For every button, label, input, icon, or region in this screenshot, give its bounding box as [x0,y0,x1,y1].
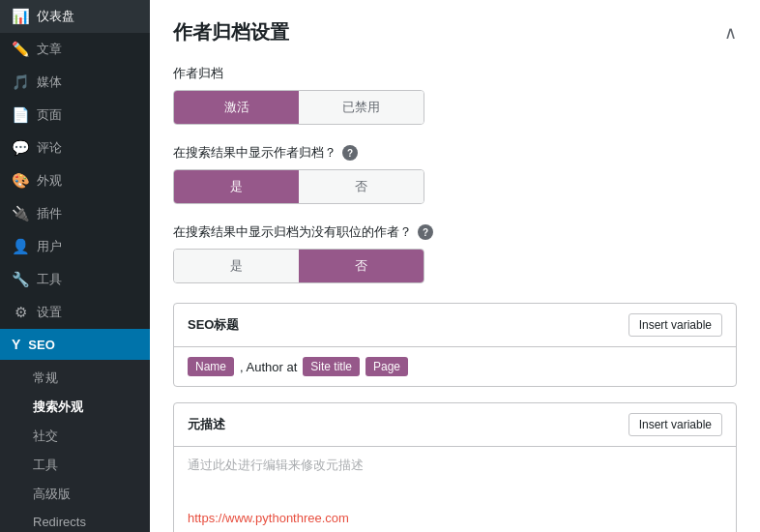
tag-site-title[interactable]: Site title [303,357,360,376]
sidebar-label-dashboard: 仪表盘 [37,8,74,25]
meta-description-placeholder: 通过此处进行编辑来修改元描述 [188,457,722,505]
sidebar: 📊 仪表盘 ✏️ 文章 🎵 媒体 📄 页面 💬 评论 🎨 外观 🔌 插件 👤 用… [0,0,150,532]
meta-description-body[interactable]: 通过此处进行编辑来修改元描述 https://www.pythonthree.c… [174,446,736,532]
sidebar-sub-general[interactable]: 常规 [0,364,150,393]
toggle-no-search[interactable]: 否 [299,170,424,203]
sidebar-item-posts[interactable]: ✏️ 文章 [0,33,150,66]
author-archive-row: 作者归档 激活 已禁用 [173,65,737,125]
sidebar-sub-tools[interactable]: 工具 [0,451,150,480]
meta-description-label: 元描述 [188,416,225,433]
meta-description-section: 元描述 Insert variable 通过此处进行编辑来修改元描述 https… [173,402,737,532]
media-icon: 🎵 [12,74,29,91]
sidebar-item-comments[interactable]: 💬 评论 [0,132,150,164]
tag-name[interactable]: Name [188,357,234,376]
sidebar-item-users[interactable]: 👤 用户 [0,230,150,263]
plugins-icon: 🔌 [12,205,29,222]
seo-tags-row: Name , Author at Site title Page [174,346,736,386]
settings-icon: ⚙ [12,304,29,321]
sidebar-label-plugins: 插件 [37,205,62,222]
sidebar-label-pages: 页面 [37,106,62,124]
help-icon-search[interactable]: ? [342,145,358,161]
sidebar-label-comments: 评论 [37,139,62,157]
sidebar-label-media: 媒体 [37,74,62,91]
sidebar-sub-search-appearance[interactable]: 搜索外观 [0,393,150,422]
seo-title-header: SEO标题 Insert variable [174,304,736,346]
tag-page[interactable]: Page [365,357,408,376]
dashboard-icon: 📊 [12,8,29,25]
pages-icon: 📄 [12,106,29,124]
posts-icon: ✏️ [12,41,29,58]
sidebar-item-plugins[interactable]: 🔌 插件 [0,197,150,230]
insert-variable-seo-btn[interactable]: Insert variable [628,313,722,337]
toggle-yes-noposts[interactable]: 是 [174,250,299,282]
sidebar-label-users: 用户 [37,238,62,255]
author-archive-label: 作者归档 [173,65,737,82]
insert-variable-meta-btn[interactable]: Insert variable [628,413,722,436]
tag-text-author-at: , Author at [240,360,297,374]
sidebar-sub-advanced[interactable]: 高级版 [0,480,150,509]
seo-title-label: SEO标题 [188,316,239,334]
sidebar-item-appearance[interactable]: 🎨 外观 [0,164,150,197]
show-in-search-toggle[interactable]: 是 否 [173,169,424,204]
show-in-search-row: 在搜索结果中显示作者归档？ ? 是 否 [173,144,737,204]
comments-icon: 💬 [12,139,29,157]
sidebar-item-dashboard[interactable]: 📊 仪表盘 [0,0,150,33]
toggle-disabled[interactable]: 已禁用 [299,91,424,124]
sidebar-label-seo: SEO [28,338,54,352]
seo-submenu: 常规 搜索外观 社交 工具 高级版 Redirects [0,360,150,532]
sidebar-label-posts: 文章 [37,41,62,58]
meta-description-url: https://www.pythonthree.com [188,511,722,525]
show-no-posts-toggle[interactable]: 是 否 [173,249,424,283]
sidebar-label-settings: 设置 [37,304,62,321]
sidebar-item-tools[interactable]: 🔧 工具 [0,263,150,296]
sidebar-item-settings[interactable]: ⚙ 设置 [0,296,150,329]
section-header: 作者归档设置 ∧ [173,19,737,45]
main-content: 作者归档设置 ∧ 作者归档 激活 已禁用 在搜索结果中显示作者归档？ ? 是 否… [150,0,760,532]
sidebar-sub-social[interactable]: 社交 [0,422,150,451]
sidebar-sub-redirects[interactable]: Redirects [0,509,150,532]
help-icon-noposts[interactable]: ? [418,224,433,240]
sidebar-item-seo[interactable]: Y SEO [0,329,150,360]
toggle-activated[interactable]: 激活 [174,91,299,124]
seo-title-section: SEO标题 Insert variable Name , Author at S… [173,303,737,387]
sidebar-item-pages[interactable]: 📄 页面 [0,99,150,132]
appearance-icon: 🎨 [12,172,29,190]
sidebar-label-tools: 工具 [37,271,62,288]
show-no-posts-label: 在搜索结果中显示归档为没有职位的作者？ ? [173,223,737,241]
tools-icon: 🔧 [12,271,29,288]
show-no-posts-row: 在搜索结果中显示归档为没有职位的作者？ ? 是 否 [173,223,737,283]
toggle-no-noposts[interactable]: 否 [299,250,424,282]
author-archive-toggle[interactable]: 激活 已禁用 [173,90,424,125]
meta-description-header: 元描述 Insert variable [174,403,736,446]
toggle-yes-search[interactable]: 是 [174,170,299,203]
users-icon: 👤 [12,238,29,255]
sidebar-label-appearance: 外观 [37,172,62,190]
sidebar-item-media[interactable]: 🎵 媒体 [0,66,150,99]
collapse-icon[interactable]: ∧ [724,22,737,44]
show-in-search-label: 在搜索结果中显示作者归档？ ? [173,144,737,162]
seo-icon: Y [12,337,20,352]
section-title: 作者归档设置 [173,19,289,45]
